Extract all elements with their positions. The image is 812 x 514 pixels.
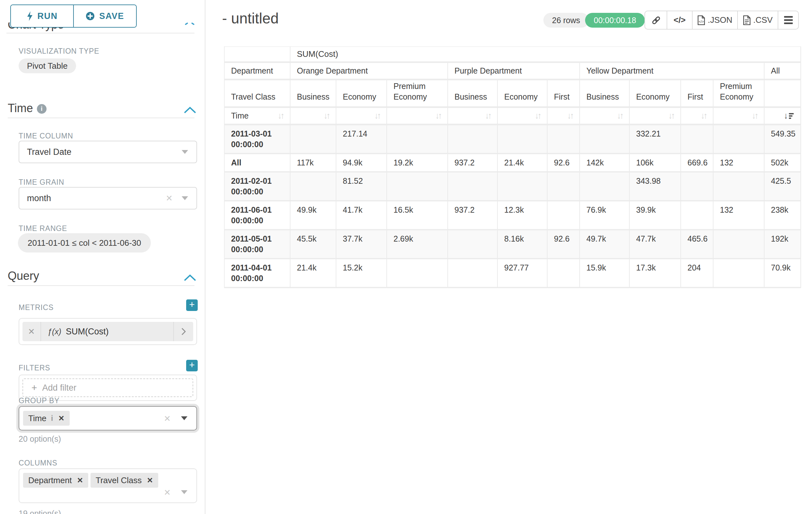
export-toolbar: </> </> .JSON .CSV [644, 10, 799, 30]
pivot-value-cell: 132 [714, 154, 764, 172]
sort-toggle-icon[interactable]: ↓↑ [668, 111, 675, 121]
pivot-value-cell: 549.35 [764, 125, 801, 154]
visualization-type-pill[interactable]: Pivot Table [19, 58, 76, 73]
sort-toggle-icon[interactable]: ↓↑ [617, 111, 624, 121]
embed-code-button[interactable]: </> [667, 11, 692, 29]
remove-tag-icon[interactable]: ✕ [77, 476, 83, 485]
columns-tag[interactable]: Department ✕ [23, 473, 88, 488]
pivot-value-cell: 425.5 [764, 172, 801, 201]
pivot-column-header: Economy [498, 80, 548, 108]
pivot-value-cell: 204 [681, 259, 714, 288]
pivot-value-cell: 937.2 [448, 201, 498, 230]
metric-name: SUM(Cost) [66, 327, 109, 337]
pivot-sort-header: ↓ [764, 108, 801, 125]
group-by-select[interactable]: Time i ✕ ✕ [19, 406, 197, 431]
pivot-table: SUM(Cost)DepartmentOrange DepartmentPurp… [224, 46, 801, 288]
pivot-value-cell: 217.14 [336, 125, 387, 154]
metric-pill[interactable]: ✕ ƒ(x) SUM(Cost) [23, 322, 193, 341]
add-filter-button[interactable]: + [186, 360, 198, 371]
pivot-sort-header: ↓↑ [336, 108, 387, 125]
sort-toggle-icon[interactable]: ↓↑ [485, 111, 492, 121]
pivot-value-cell [387, 172, 448, 201]
columns-label: COLUMNS [19, 459, 57, 467]
sort-toggle-icon[interactable]: ↓↑ [323, 111, 330, 121]
pivot-value-cell: 21.4k [290, 259, 336, 288]
menu-button[interactable] [778, 11, 798, 29]
pivot-value-cell [681, 125, 714, 154]
pivot-value-cell: 17.3k [630, 259, 681, 288]
pivot-value-cell [387, 125, 448, 154]
chevron-down-icon[interactable] [181, 490, 187, 494]
pivot-data-row: 2011-05-01 00:00:0045.5k37.7k2.69k8.16k9… [224, 230, 801, 259]
add-filter-dropzone[interactable]: + Add filter [23, 378, 193, 397]
remove-metric-icon[interactable]: ✕ [23, 322, 41, 341]
pivot-group-header: Orange Department [290, 63, 448, 80]
remove-tag-icon[interactable]: ✕ [147, 476, 153, 485]
expand-metric-button[interactable] [173, 322, 193, 341]
clear-icon[interactable]: ✕ [164, 414, 171, 424]
sort-toggle-icon[interactable]: ↓↑ [567, 111, 574, 121]
pivot-value-cell: 332.21 [630, 125, 681, 154]
sort-toggle-icon[interactable]: ↓↑ [535, 111, 542, 121]
pivot-sort-header: ↓↑ [387, 108, 448, 125]
chart-title[interactable]: - untitled [222, 10, 279, 27]
collapse-chevron-up-icon[interactable] [183, 107, 196, 114]
export-csv-button[interactable]: .CSV [737, 11, 778, 29]
group-by-tag[interactable]: Time i ✕ [23, 411, 70, 426]
pivot-value-cell [448, 259, 498, 288]
pivot-value-cell: 669.6 [681, 154, 714, 172]
columns-tag[interactable]: Travel Class ✕ [90, 473, 158, 488]
pivot-value-cell: 39.9k [630, 201, 681, 230]
sort-toggle-icon[interactable]: ↓↑ [435, 111, 442, 121]
pivot-value-cell [548, 259, 580, 288]
pivot-value-cell: 21.4k [498, 154, 548, 172]
plus-circle-icon [86, 11, 95, 21]
columns-select[interactable]: Department ✕ Travel Class ✕ ✕ [19, 468, 197, 503]
time-grain-select[interactable]: month ✕ [19, 187, 197, 210]
time-section-heading: Timei [8, 102, 47, 115]
run-label: RUN [37, 11, 58, 21]
pivot-value-cell: 70.9k [764, 259, 801, 288]
run-button[interactable]: RUN [11, 5, 73, 27]
control-panel-sidebar: Chart Type VISUALIZATION TYPE Pivot Tabl… [0, 0, 205, 514]
time-dimension-label: Time [231, 111, 249, 120]
collapse-chevron-up-icon[interactable] [183, 274, 196, 281]
time-grain-value: month [27, 193, 51, 204]
info-icon: i [51, 414, 53, 423]
share-link-button[interactable] [645, 11, 667, 29]
sort-toggle-icon[interactable]: ↓↑ [701, 111, 708, 121]
sort-toggle-icon[interactable]: ↓↑ [278, 111, 285, 121]
pivot-value-cell [448, 230, 498, 259]
chevron-down-icon[interactable] [182, 150, 188, 154]
pivot-row-header: 2011-03-01 00:00:00 [224, 125, 290, 154]
sidebar-scroll-area[interactable]: Chart Type VISUALIZATION TYPE Pivot Tabl… [0, 23, 205, 514]
sort-toggle-icon[interactable]: ↓↑ [374, 111, 381, 121]
pivot-sort-header: ↓↑ [630, 108, 681, 125]
remove-tag-icon[interactable]: ✕ [58, 414, 64, 423]
pivot-value-cell: 132 [714, 201, 764, 230]
chevron-down-icon[interactable] [181, 416, 187, 420]
pivot-data-row: 2011-03-01 00:00:00217.14332.21549.35 [224, 125, 801, 154]
pivot-sort-header: ↓↑ [498, 108, 548, 125]
chevron-down-icon[interactable] [182, 196, 188, 200]
time-range-pill[interactable]: 2011-01-01 ≤ col < 2011-06-30 [18, 233, 151, 252]
export-json-button[interactable]: </> .JSON [692, 11, 737, 29]
pivot-column-header: Economy [630, 80, 681, 108]
clear-icon[interactable]: ✕ [164, 488, 171, 497]
plus-icon: + [31, 382, 37, 393]
pivot-value-cell: 49.7k [580, 230, 630, 259]
clear-icon[interactable]: ✕ [166, 193, 173, 204]
add-metric-button[interactable]: + [186, 299, 198, 311]
pivot-row-header: 2011-04-01 00:00:00 [224, 259, 290, 288]
sort-toggle-icon[interactable]: ↓↑ [752, 111, 759, 121]
time-column-select[interactable]: Travel Date [19, 141, 197, 163]
query-timer-badge: 00:00:00.18 [585, 13, 645, 28]
pivot-value-cell: 2.69k [387, 230, 448, 259]
save-button[interactable]: SAVE [73, 5, 136, 27]
chevron-up-icon [191, 23, 195, 25]
sort-descending-icon[interactable]: ↓ [784, 111, 795, 121]
svg-text:</>: </> [699, 20, 704, 23]
pivot-column-header: First [548, 80, 580, 108]
pivot-value-cell [498, 172, 548, 201]
pivot-row-dimension-header: Time↓↑ [224, 108, 290, 125]
